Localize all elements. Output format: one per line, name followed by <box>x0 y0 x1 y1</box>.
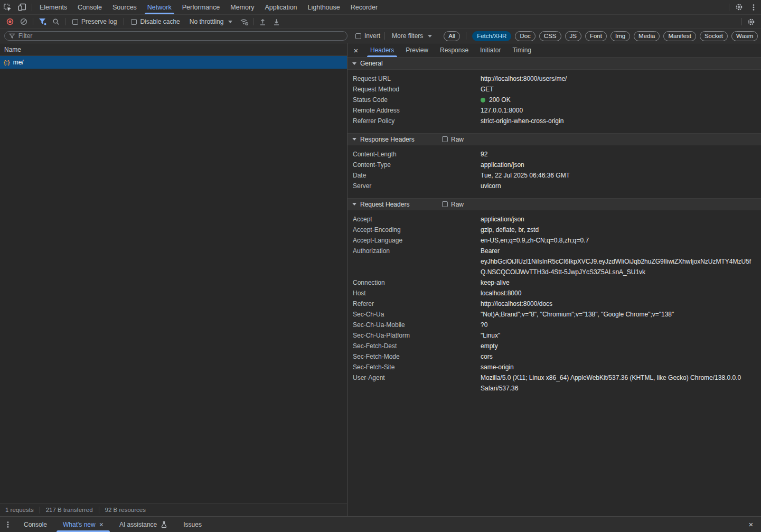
drawer-tab-label: What's new <box>63 521 96 528</box>
filter-chip-fetch-xhr[interactable]: Fetch/XHR <box>472 31 511 41</box>
header-rows: Request URLhttp://localhost:8000/users/m… <box>347 70 761 133</box>
tab-network[interactable]: Network <box>142 0 177 14</box>
header-name: Content-Length <box>347 149 481 160</box>
header-row: Sec-Fetch-Destempty <box>347 341 761 351</box>
detail-tab-initiator[interactable]: Initiator <box>474 43 506 57</box>
preserve-log-toggle[interactable]: Preserve log <box>72 18 117 25</box>
device-toolbar-button[interactable] <box>15 0 30 14</box>
more-filters-label: More filters <box>392 32 423 40</box>
tab-recorder[interactable]: Recorder <box>345 0 383 14</box>
filter-chip-wasm[interactable]: Wasm <box>731 31 758 41</box>
search-network-button[interactable] <box>49 16 63 27</box>
disable-cache-toggle[interactable]: Disable cache <box>131 18 180 25</box>
inspect-element-button[interactable] <box>0 0 15 14</box>
network-conditions-button[interactable] <box>237 16 251 27</box>
invert-label: Invert <box>364 32 380 40</box>
filter-input-wrapper[interactable] <box>4 31 347 41</box>
header-value: cors <box>481 351 761 362</box>
network-main: Name {:}me/ 1 requests217 B transferred9… <box>0 43 761 516</box>
close-tab-icon[interactable]: × <box>99 520 104 529</box>
tab-memory[interactable]: Memory <box>225 0 259 14</box>
drawer-tab-what-s-new[interactable]: What's new× <box>55 517 111 532</box>
header-value: en-US,en;q=0.9,zh-CN;q=0.8,zh;q=0.7 <box>481 235 761 246</box>
section-header[interactable]: General <box>347 58 761 70</box>
record-icon <box>6 18 14 25</box>
drawer-tab-label: Console <box>24 521 47 528</box>
detail-tab-timing[interactable]: Timing <box>506 43 537 57</box>
drawer-tab-console[interactable]: Console <box>16 517 55 532</box>
summary-item: 1 requests <box>5 507 40 513</box>
header-name: Authorization <box>347 246 481 277</box>
filter-chip-socket[interactable]: Socket <box>700 31 728 41</box>
header-value: keep-alive <box>481 277 761 288</box>
close-details-button[interactable]: × <box>347 43 364 57</box>
devtools-window: ElementsConsoleSourcesNetworkPerformance… <box>0 0 761 532</box>
close-drawer-button[interactable]: × <box>741 517 761 532</box>
tab-bar-spacer <box>383 0 727 14</box>
filter-chip-manifest[interactable]: Manifest <box>663 31 696 41</box>
import-har-button[interactable] <box>256 16 269 27</box>
more-options-button[interactable] <box>746 0 761 14</box>
header-value: application/json <box>481 160 761 170</box>
chevron-down-icon <box>428 35 432 38</box>
drawer-tab-label: AI assistance <box>119 521 157 528</box>
header-value: "Linux" <box>481 330 761 341</box>
raw-checkbox[interactable] <box>442 136 448 142</box>
summary-item: 92 B resources <box>99 507 152 513</box>
throttling-select[interactable]: No throttling <box>190 18 233 25</box>
header-row: Sec-Ch-Ua"Not)A;Brand";v="8", "Chromium"… <box>347 309 761 320</box>
filter-chip-js[interactable]: JS <box>565 31 581 41</box>
filter-chip-css[interactable]: CSS <box>539 31 561 41</box>
network-settings-button[interactable] <box>744 16 758 27</box>
drawer-tab-strip: ConsoleWhat's new×AI assistanceIssues <box>16 517 210 532</box>
tab-elements[interactable]: Elements <box>34 0 72 14</box>
filter-chip-img[interactable]: Img <box>610 31 630 41</box>
tab-application[interactable]: Application <box>259 0 302 14</box>
filter-input[interactable] <box>18 32 343 40</box>
name-column-header[interactable]: Name <box>0 43 347 56</box>
header-name: Accept-Language <box>347 235 481 246</box>
record-network-log-button[interactable] <box>3 16 17 27</box>
more-filters-dropdown[interactable]: More filters <box>392 32 432 40</box>
settings-button[interactable] <box>731 0 746 14</box>
header-row: Sec-Ch-Ua-Platform"Linux" <box>347 330 761 341</box>
header-value: localhost:8000 <box>481 288 761 298</box>
drawer-tab-ai-assistance[interactable]: AI assistance <box>111 517 175 532</box>
drawer-tab-issues[interactable]: Issues <box>175 517 210 532</box>
export-har-button[interactable] <box>269 16 283 27</box>
detail-tab-response[interactable]: Response <box>434 43 474 57</box>
header-value: GET <box>481 84 761 95</box>
header-row: Sec-Ch-Ua-Mobile?0 <box>347 320 761 330</box>
main-tab-bar: ElementsConsoleSourcesNetworkPerformance… <box>0 0 761 15</box>
tab-console[interactable]: Console <box>72 0 107 14</box>
flask-icon <box>161 521 167 528</box>
tab-sources[interactable]: Sources <box>107 0 142 14</box>
filter-chip-doc[interactable]: Doc <box>515 31 535 41</box>
filter-chip-all[interactable]: All <box>444 31 460 41</box>
request-row[interactable]: {:}me/ <box>0 56 347 69</box>
header-name: Request URL <box>347 73 481 84</box>
section-header[interactable]: Response HeadersRaw <box>347 133 761 145</box>
drawer-more-tools-button[interactable] <box>0 517 16 532</box>
section-header[interactable]: Request HeadersRaw <box>347 198 761 210</box>
filter-chip-media[interactable]: Media <box>634 31 660 41</box>
filter-toggle-button[interactable] <box>35 16 49 27</box>
invert-filter-toggle[interactable]: Invert <box>355 32 380 40</box>
header-row: Connectionkeep-alive <box>347 277 761 288</box>
raw-toggle[interactable]: Raw <box>442 201 464 208</box>
clear-network-log-button[interactable] <box>17 16 31 27</box>
disable-cache-checkbox[interactable] <box>131 19 137 25</box>
detail-tab-preview[interactable]: Preview <box>400 43 434 57</box>
close-icon: × <box>749 520 754 529</box>
raw-toggle[interactable]: Raw <box>442 136 464 143</box>
header-row: Request MethodGET <box>347 84 761 95</box>
preserve-log-checkbox[interactable] <box>72 19 78 25</box>
tab-lighthouse[interactable]: Lighthouse <box>303 0 345 14</box>
raw-checkbox[interactable] <box>442 201 448 207</box>
invert-checkbox[interactable] <box>355 33 361 39</box>
tab-performance[interactable]: Performance <box>177 0 226 14</box>
filter-chip-font[interactable]: Font <box>585 31 607 41</box>
drawer-tab-label: Issues <box>183 521 202 528</box>
detail-tab-headers[interactable]: Headers <box>364 43 400 57</box>
header-value: strict-origin-when-cross-origin <box>481 116 761 126</box>
